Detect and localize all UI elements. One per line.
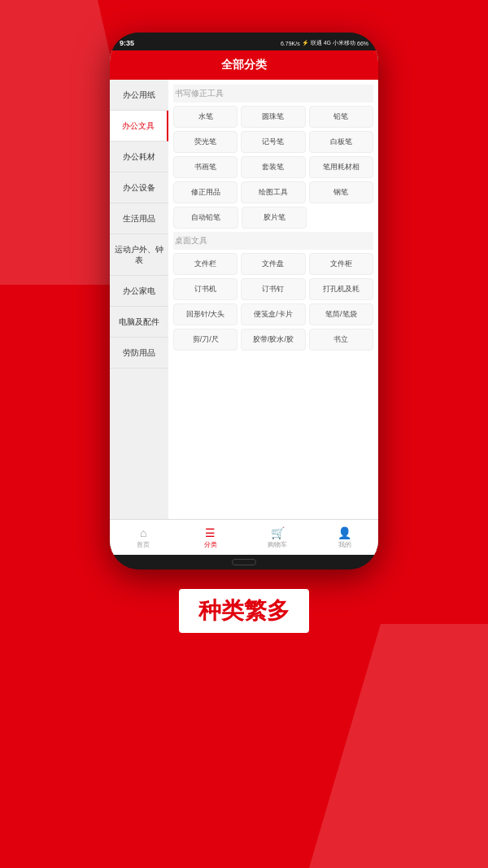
item-订书机[interactable]: 订书机	[173, 278, 237, 300]
nav-category[interactable]: ☰ 分类	[177, 526, 245, 549]
item-白板笔[interactable]: 白板笔	[309, 131, 373, 153]
item-铅笔[interactable]: 铅笔	[309, 106, 373, 128]
item-文件盘[interactable]: 文件盘	[241, 253, 305, 275]
sidebar-item-2[interactable]: 办公耗材	[110, 142, 168, 172]
item-订书钉[interactable]: 订书钉	[241, 278, 305, 300]
item-书立[interactable]: 书立	[309, 329, 373, 351]
category-content: 书写修正工具 水笔 圆珠笔 铅笔 荧光笔 记号笔 白板笔 书画笔 套装笔 笔用耗…	[168, 80, 378, 519]
profile-icon: 👤	[338, 526, 351, 539]
item-剪刀尺[interactable]: 剪/刀/尺	[173, 329, 237, 351]
nav-cart-label: 购物车	[268, 540, 287, 549]
app-screen: 全部分类 办公用纸 办公文具 办公耗材 办公设备 生活用品 运动户外、钟表 办公…	[110, 50, 378, 555]
item-笔用耗材[interactable]: 笔用耗材相	[309, 156, 373, 178]
sidebar-item-8[interactable]: 劳防用品	[110, 338, 168, 369]
item-书画笔[interactable]: 书画笔	[173, 156, 237, 178]
item-荧光笔[interactable]: 荧光笔	[173, 131, 237, 153]
bottom-navigation: ⌂ 首页 ☰ 分类 🛒 购物车 👤 我的	[110, 519, 378, 555]
sidebar-item-1[interactable]: 办公文具	[110, 111, 168, 142]
bluetooth-icon: ⚡	[302, 40, 309, 46]
nav-profile[interactable]: 👤 我的	[312, 526, 379, 549]
item-胶片笔[interactable]: 胶片笔	[242, 207, 307, 229]
item-钢笔[interactable]: 钢笔	[309, 181, 373, 203]
nav-cart[interactable]: 🛒 购物车	[244, 526, 312, 549]
sidebar-item-7[interactable]: 电脑及配件	[110, 307, 168, 338]
item-胶带[interactable]: 胶带/胶水/胶	[241, 329, 305, 351]
sidebar-item-3[interactable]: 办公设备	[110, 172, 168, 203]
grid-row-0-3: 修正用品 绘图工具 钢笔	[173, 181, 373, 203]
sidebar-item-4[interactable]: 生活用品	[110, 203, 168, 234]
grid-row-0-0: 水笔 圆珠笔 铅笔	[173, 106, 373, 128]
grid-row-1-0: 文件栏 文件盘 文件柜	[173, 253, 373, 275]
category-icon: ☰	[205, 526, 216, 539]
home-button[interactable]	[232, 559, 256, 565]
tagline-text: 种类繁多	[179, 589, 309, 633]
app-content: 办公用纸 办公文具 办公耗材 办公设备 生活用品 运动户外、钟表 办公家电 电脑…	[110, 80, 378, 519]
category-sidebar: 办公用纸 办公文具 办公耗材 办公设备 生活用品 运动户外、钟表 办公家电 电脑…	[110, 80, 168, 519]
cart-icon: 🛒	[271, 526, 285, 539]
app-header: 全部分类	[110, 50, 378, 80]
phone-home-area	[110, 555, 378, 569]
item-套装笔[interactable]: 套装笔	[241, 156, 305, 178]
item-水笔[interactable]: 水笔	[173, 106, 237, 128]
nav-home-label: 首页	[137, 540, 150, 549]
grid-row-1-3: 剪/刀/尺 胶带/胶水/胶 书立	[173, 329, 373, 351]
item-文件栏[interactable]: 文件栏	[173, 253, 237, 275]
section-title-1: 桌面文具	[173, 232, 373, 250]
item-记号笔[interactable]: 记号笔	[241, 131, 305, 153]
item-笔筒[interactable]: 笔筒/笔袋	[309, 303, 373, 325]
grid-row-1-2: 回形针/大头 便笺盒/卡片 笔筒/笔袋	[173, 303, 373, 325]
bg-decoration-bottom	[309, 624, 488, 868]
sidebar-item-6[interactable]: 办公家电	[110, 276, 168, 307]
status-time: 9:35	[120, 39, 134, 47]
status-icons: 6.79K/s ⚡ 联通 4G 小米移动 66%	[281, 39, 368, 47]
item-回形针[interactable]: 回形针/大头	[173, 303, 237, 325]
nav-profile-label: 我的	[338, 540, 351, 549]
grid-row-0-1: 荧光笔 记号笔 白板笔	[173, 131, 373, 153]
home-icon: ⌂	[140, 526, 146, 539]
item-empty	[310, 207, 373, 229]
item-文件柜[interactable]: 文件柜	[309, 253, 373, 275]
item-便笺盒[interactable]: 便笺盒/卡片	[241, 303, 305, 325]
brand-label: 小米移动	[333, 39, 355, 47]
status-bar: 9:35 6.79K/s ⚡ 联通 4G 小米移动 66%	[110, 33, 378, 50]
item-自动铅笔[interactable]: 自动铅笔	[173, 207, 238, 229]
phone-device: 9:35 6.79K/s ⚡ 联通 4G 小米移动 66% 全部分类 办公用纸 …	[110, 33, 378, 569]
grid-row-0-2: 书画笔 套装笔 笔用耗材相	[173, 156, 373, 178]
grid-row-1-1: 订书机 订书钉 打孔机及耗	[173, 278, 373, 300]
item-修正用品[interactable]: 修正用品	[173, 181, 237, 203]
item-圆珠笔[interactable]: 圆珠笔	[241, 106, 305, 128]
sidebar-item-0[interactable]: 办公用纸	[110, 80, 168, 111]
sidebar-item-5[interactable]: 运动户外、钟表	[110, 234, 168, 276]
nav-category-label: 分类	[204, 540, 217, 549]
section-title-0: 书写修正工具	[173, 85, 373, 103]
item-打孔机[interactable]: 打孔机及耗	[309, 278, 373, 300]
item-绘图工具[interactable]: 绘图工具	[241, 181, 305, 203]
page-title: 全部分类	[221, 58, 267, 72]
grid-row-0-4: 自动铅笔 胶片笔	[173, 207, 373, 229]
network-speed: 6.79K/s	[281, 41, 300, 46]
carrier-label: 联通 4G	[311, 39, 331, 47]
nav-home[interactable]: ⌂ 首页	[110, 526, 177, 549]
battery-label: 66%	[357, 41, 368, 46]
